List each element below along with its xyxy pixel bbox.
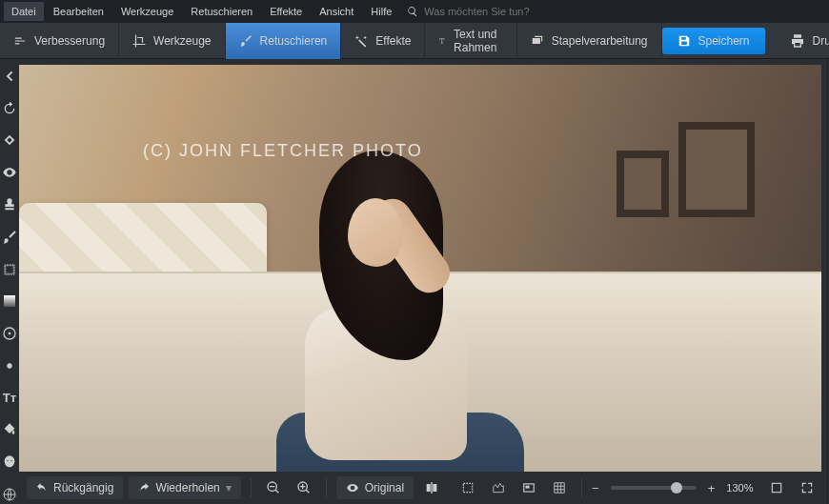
zoom-value: 130% [726,482,753,494]
navigator-button[interactable] [516,475,541,500]
menubar: Datei Bearbeiten Werkzeuge Retuschieren … [0,0,829,23]
left-toolbar: Tт [0,59,19,504]
rotate-icon[interactable] [0,99,19,118]
tab-enhance[interactable]: Verbesserung [0,23,119,59]
sliders-icon [13,34,27,48]
brush-tool-icon[interactable] [0,228,19,247]
svg-rect-7 [463,483,472,492]
redo-label: Wiederholen [155,481,219,494]
stack-icon [531,34,544,48]
radial-tool-icon[interactable] [0,324,19,343]
face-tool-icon[interactable] [0,453,19,472]
exposure-tool-icon[interactable] [0,356,19,375]
globe-tool-icon[interactable] [0,485,19,504]
fill-tool-icon[interactable] [0,421,19,440]
text-tool-icon[interactable]: Tт [0,389,19,408]
tab-retouch[interactable]: Retuschieren [226,23,342,59]
subject [210,146,476,472]
back-icon[interactable] [0,67,19,86]
svg-rect-9 [526,486,530,489]
save-button[interactable]: Speichern [662,28,765,54]
text-icon [438,34,446,48]
menu-file[interactable]: Datei [4,2,44,21]
save-button-label: Speichern [698,34,750,48]
menu-effects[interactable]: Effekte [262,2,310,21]
zoom-plus[interactable]: + [708,481,716,495]
canvas[interactable]: (C) JOHN FLETCHER PHOTO [19,65,821,472]
print-button[interactable]: Drucken [777,33,829,49]
brush-icon [239,34,253,48]
search-input[interactable] [424,6,557,17]
eye-icon [346,481,359,494]
svg-rect-10 [773,483,781,492]
original-button[interactable]: Original [336,476,414,499]
wall-frame [617,151,669,217]
menu-view[interactable]: Ansicht [312,2,361,21]
svg-point-3 [7,363,11,368]
zoom-out-button[interactable] [261,475,286,500]
bottombar: Rückgängig Wiederholen ▾ Original − [19,472,827,504]
photo: (C) JOHN FLETCHER PHOTO [19,65,821,472]
toolbar: Verbesserung Werkzeuge Retuschieren Effe… [0,23,829,59]
menu-help[interactable]: Hilfe [363,2,399,21]
menu-edit[interactable]: Bearbeiten [46,2,111,21]
save-icon [677,34,691,48]
crop-icon [132,34,146,48]
print-icon [790,33,805,49]
crop-view-button[interactable] [455,475,480,500]
undo-label: Rückgängig [53,481,113,494]
patch-tool-icon[interactable] [0,260,19,279]
redo-button[interactable]: Wiederholen ▾ [129,476,240,499]
tab-text[interactable]: Text und Rahmen [425,23,516,59]
compare-button[interactable] [419,475,444,500]
bandage-icon[interactable] [0,131,19,151]
redo-icon [138,482,150,494]
grid-button[interactable] [547,475,572,500]
print-button-label: Drucken [813,34,829,48]
zoom-slider[interactable] [611,486,697,490]
tab-effects-label: Effekte [375,34,411,48]
menu-tools[interactable]: Werkzeuge [113,2,181,21]
zoom-minus[interactable]: − [592,481,599,495]
tab-batch-label: Stapelverarbeitung [552,34,648,48]
wall-frame [678,122,755,217]
tab-retouch-label: Retuschieren [260,34,328,48]
canvas-area: (C) JOHN FLETCHER PHOTO Rückgängig Wiede… [19,59,827,504]
search-icon [407,6,418,17]
tab-effects[interactable]: Effekte [341,23,425,59]
histogram-button[interactable] [486,475,511,500]
tab-batch[interactable]: Stapelverarbeitung [517,23,662,59]
svg-rect-0 [4,295,15,307]
tab-text-label: Text und Rahmen [454,28,503,54]
gradient-tool-icon[interactable] [0,292,19,311]
svg-point-2 [9,333,11,335]
tab-tools[interactable]: Werkzeuge [119,23,225,59]
undo-button[interactable]: Rückgängig [27,476,123,499]
main: Tт (C) JOHN FLETCHER PHOTO [0,59,829,504]
original-label: Original [365,481,404,494]
menubar-search [407,6,557,17]
stamp-tool-icon[interactable] [0,195,19,214]
menu-retouch[interactable]: Retuschieren [183,2,260,21]
fit-button[interactable] [764,475,789,500]
undo-icon [36,482,48,494]
zoom-in-button[interactable] [292,475,316,500]
watermark: (C) JOHN FLETCHER PHOTO [143,141,423,161]
wand-icon [354,34,368,48]
fullscreen-button[interactable] [795,475,819,500]
eye-tool-icon[interactable] [0,163,19,182]
tab-enhance-label: Verbesserung [34,34,105,48]
tab-tools-label: Werkzeuge [153,34,211,48]
